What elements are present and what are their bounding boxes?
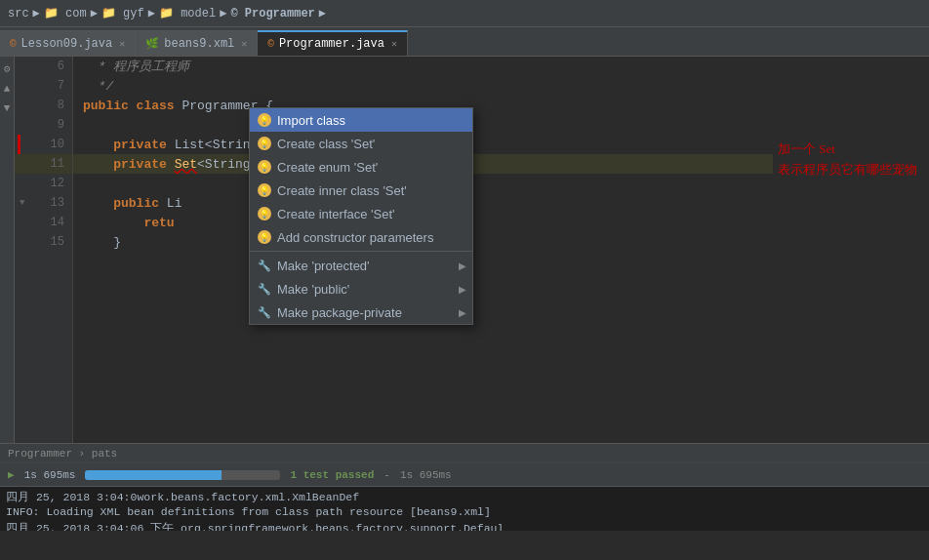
down-icon[interactable]: ▼ [4,102,11,114]
wrench-icon-2: 🔧 [258,283,271,296]
menu-create-inner[interactable]: 💡 Create inner class 'Set' [250,179,472,202]
breadcrumb-sep2: ▶ [91,6,98,20]
tab-lesson09[interactable]: © Lesson09.java ✕ [0,30,136,56]
breadcrumb-class: © Programmer [230,7,314,20]
line-15: 15 [15,232,72,252]
bottom-panel: ▶ 1s 695ms 1 test passed - 1s 695ms 四月 2… [0,462,929,531]
line-12: 12 [15,174,72,193]
tab-label: beans9.xml [164,37,234,51]
file-breadcrumb: Programmer › pats [0,443,929,462]
tab-close-icon[interactable]: ✕ [119,38,125,50]
menu-import-class[interactable]: 💡 Import class [250,108,472,132]
breadcrumb-sep: ▶ [33,6,40,20]
bulb-icon-2: 💡 [258,137,271,150]
menu-make-package-label: Make package-private [277,305,402,320]
menu-create-enum[interactable]: 💡 Create enum 'Set' [250,155,472,179]
breadcrumb-bar: src ▶ 📁 com ▶ 📁 gyf ▶ 📁 model ▶ © Progra… [0,0,929,27]
context-menu: 💡 Import class 💡 Create class 'Set' 💡 Cr… [249,107,473,325]
bulb-icon-5: 💡 [258,207,271,220]
annotation-line1: 加一个 Set [778,140,924,160]
line-9: 9 [15,115,72,135]
settings-icon[interactable]: ⚙ [4,62,11,75]
tab-programmer[interactable]: © Programmer.java ✕ [258,30,408,56]
tab-close-icon[interactable]: ✕ [241,38,247,50]
breadcrumb-src: src [8,7,29,20]
breadcrumb-sep3: ▶ [148,6,155,20]
menu-create-inner-label: Create inner class 'Set' [277,183,407,198]
progress-fill [85,470,222,480]
menu-create-interface-label: Create interface 'Set' [277,207,395,221]
submenu-arrow-3: ▶ [459,307,466,318]
breadcrumb-sep4: ▶ [220,6,226,20]
fold-icon: ▼ [20,198,24,208]
console-area: 四月 25, 2018 3:04:0work.beans.factory.xml… [0,487,929,531]
menu-create-interface[interactable]: 💡 Create interface 'Set' [250,202,472,225]
menu-add-constructor-label: Add constructor parameters [277,230,433,245]
wrench-icon-1: 🔧 [258,260,271,272]
breadcrumb-model: 📁 model [159,6,216,20]
status-bar: ▶ 1s 695ms 1 test passed - 1s 695ms [0,463,929,487]
tab-close-active-icon[interactable]: ✕ [391,38,397,50]
time-label: 1s 695ms [24,469,76,481]
test-time-value: 1s 695ms [400,469,452,481]
annotation-area: 加一个 Set 表示程序员它有哪些宠物 [773,57,929,443]
submenu-arrow-1: ▶ [459,260,466,271]
menu-add-constructor[interactable]: 💡 Add constructor parameters [250,225,472,249]
line-11: 11 [15,154,72,174]
progress-bar [85,470,280,480]
code-line-6: * 程序员工程师 [73,57,773,76]
java-icon-active: © [267,38,274,50]
up-icon[interactable]: ▲ [4,83,11,95]
menu-make-package[interactable]: 🔧 Make package-private ▶ [250,300,472,324]
tab-beans9[interactable]: 🌿 beans9.xml ✕ [136,30,258,56]
line-8: 8 [15,96,72,115]
annotation-line2: 表示程序员它有哪些宠物 [778,160,924,180]
submenu-arrow-2: ▶ [459,284,466,295]
console-line-1: 四月 25, 2018 3:04:0work.beans.factory.xml… [6,490,923,505]
test-result: 1 test passed [290,469,374,481]
bulb-icon: 💡 [258,113,271,127]
side-panel: ⚙ ▲ ▼ [0,57,15,443]
line-10: 10 [15,135,72,154]
console-line-2: INFO: Loading XML bean definitions from … [6,505,923,521]
tab-label-active: Programmer.java [279,37,384,51]
bulb-icon-3: 💡 [258,160,271,174]
menu-create-class[interactable]: 💡 Create class 'Set' [250,132,472,155]
menu-make-public[interactable]: 🔧 Make 'public' ▶ [250,277,472,300]
xml-icon: 🌿 [145,37,159,50]
menu-make-public-label: Make 'public' [277,282,349,297]
wrench-icon-3: 🔧 [258,306,271,319]
line-13: ▼ 13 [15,193,72,213]
line-14: 14 [15,213,72,232]
menu-make-protected[interactable]: 🔧 Make 'protected' ▶ [250,254,472,277]
console-line-3: 四月 25, 2018 3:04:06 下午 org.springframewo… [6,521,923,531]
menu-import-label: Import class [277,113,345,128]
breadcrumb-gyf: 📁 gyf [101,6,144,20]
test-time: - [384,469,390,481]
menu-create-class-label: Create class 'Set' [277,137,375,151]
editor-area: ⚙ ▲ ▼ 6 7 8 9 10 11 12 ▼ 13 14 15 * 程序员工… [0,57,929,443]
tab-bar: © Lesson09.java ✕ 🌿 beans9.xml ✕ © Progr… [0,27,929,57]
line-7: 7 [15,76,72,96]
bulb-icon-6: 💡 [258,230,271,244]
breadcrumb-sep5: ▶ [319,6,326,20]
breadcrumb-com: 📁 com [44,6,87,20]
menu-separator [250,251,472,252]
tab-label: Lesson09.java [21,37,113,51]
test-status-icon: ▶ [8,468,15,481]
menu-make-protected-label: Make 'protected' [277,259,370,273]
menu-create-enum-label: Create enum 'Set' [277,160,378,175]
error-indicator [18,135,20,154]
java-icon: © [10,38,17,50]
file-breadcrumb-text: Programmer › pats [8,448,117,460]
line-gutter: 6 7 8 9 10 11 12 ▼ 13 14 15 [15,57,73,443]
line-6: 6 [15,57,72,76]
code-line-7: */ [73,76,773,96]
bulb-icon-4: 💡 [258,183,271,197]
